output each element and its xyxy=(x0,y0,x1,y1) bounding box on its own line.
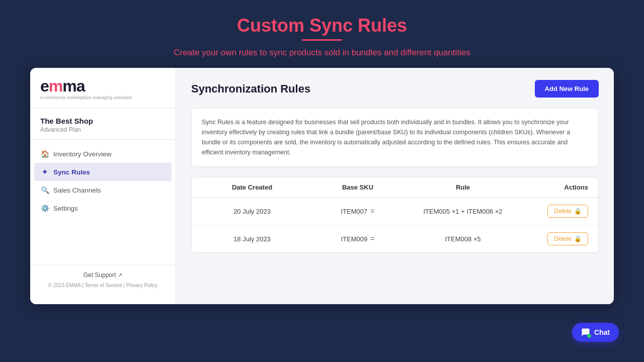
terms-link[interactable]: Terms of Service xyxy=(85,283,122,288)
col-sku: Base SKU xyxy=(302,184,413,191)
row2-sku-value: ITEM009 xyxy=(341,235,368,243)
sidebar-item-sales-channels-label: Sales Channels xyxy=(53,187,101,194)
app-container: emma e-commerce marketplace managing ass… xyxy=(30,68,614,304)
col-date: Date Created xyxy=(202,184,302,191)
delete-2-label: Delete xyxy=(554,235,572,242)
sidebar-nav: 🏠 Inventory Overview ✦ Sync Rules 🔍 Sale… xyxy=(30,140,176,265)
page-title: Custom Sync Rules xyxy=(30,15,614,36)
row2-base-sku: ITEM009 = xyxy=(302,235,413,243)
get-support-label: Get Support xyxy=(84,272,116,279)
sidebar-item-inventory[interactable]: 🏠 Inventory Overview xyxy=(30,145,176,163)
logo-tagline: e-commerce marketplace managing assistan… xyxy=(40,95,166,100)
row1-rule-value: ITEM005 ×1 + ITEM006 ×2 xyxy=(423,208,502,215)
settings-icon: ⚙️ xyxy=(40,204,49,212)
row1-equals: = xyxy=(370,207,374,215)
page-header: Custom Sync Rules Create your own rules … xyxy=(30,15,614,58)
row1-date: 20 July 2023 xyxy=(202,208,302,215)
delete-1-label: Delete xyxy=(554,208,572,215)
col-rule: Rule xyxy=(413,184,513,191)
privacy-link[interactable]: Privacy Policy xyxy=(126,283,157,288)
store-info: The Best Shop Advanced Plan xyxy=(30,109,176,140)
get-support-link[interactable]: Get Support ↗ xyxy=(40,272,166,279)
chat-button[interactable]: Chat xyxy=(572,323,619,342)
sidebar-footer: Get Support ↗ © 2023 EMMA | Terms of Ser… xyxy=(30,265,176,294)
sidebar-item-settings[interactable]: ⚙️ Settings xyxy=(30,199,176,217)
main-section-title: Synchronization Rules xyxy=(191,82,310,96)
table-row: 18 July 2023 ITEM009 = ITEM008 ×5 Delete xyxy=(192,225,598,252)
sidebar-item-sync-rules-label: Sync Rules xyxy=(53,168,90,176)
inventory-icon: 🏠 xyxy=(40,150,49,158)
sales-channels-icon: 🔍 xyxy=(40,186,49,194)
lock-icon-2: 🔒 xyxy=(574,235,582,242)
title-underline xyxy=(302,39,342,41)
info-box: Sync Rules is a feature designed for bus… xyxy=(191,108,599,167)
sidebar-item-sales-channels[interactable]: 🔍 Sales Channels xyxy=(30,181,176,199)
sidebar-item-settings-label: Settings xyxy=(53,205,78,212)
store-name: The Best Shop xyxy=(40,117,166,125)
lock-icon: 🔒 xyxy=(574,208,582,215)
table-row: 20 July 2023 ITEM007 = ITEM005 ×1 + ITEM… xyxy=(192,198,598,225)
main-header: Synchronization Rules Add New Rule xyxy=(191,80,599,98)
row1-base-sku: ITEM007 = xyxy=(302,207,413,215)
sync-rules-icon: ✦ xyxy=(40,168,49,176)
row2-rule: ITEM008 ×5 xyxy=(413,235,513,243)
row1-actions: Delete 🔒 xyxy=(513,205,588,218)
logo: emma xyxy=(40,78,166,94)
main-content: Synchronization Rules Add New Rule Sync … xyxy=(176,68,614,304)
sidebar-item-sync-rules[interactable]: ✦ Sync Rules xyxy=(34,163,172,181)
row2-date: 18 July 2023 xyxy=(202,235,302,243)
rules-table: Date Created Base SKU Rule Actions 20 Ju… xyxy=(191,177,599,253)
chat-online-indicator xyxy=(587,334,591,338)
col-actions: Actions xyxy=(513,184,588,191)
sidebar: emma e-commerce marketplace managing ass… xyxy=(30,68,176,304)
chat-label: Chat xyxy=(594,328,610,336)
row2-actions: Delete 🔒 xyxy=(513,232,588,245)
page-subtitle: Create your own rules to sync products s… xyxy=(30,48,614,58)
external-link-icon: ↗ xyxy=(118,272,122,279)
chat-icon-wrap xyxy=(581,328,590,337)
sidebar-logo: emma e-commerce marketplace managing ass… xyxy=(30,78,176,109)
row1-rule: ITEM005 ×1 + ITEM006 ×2 xyxy=(413,208,513,215)
store-plan: Advanced Plan xyxy=(40,126,166,133)
sidebar-item-inventory-label: Inventory Overview xyxy=(53,150,112,158)
table-header: Date Created Base SKU Rule Actions xyxy=(192,177,598,198)
footer-links: © 2023 EMMA | Terms of Service | Privacy… xyxy=(40,283,166,288)
delete-rule-1-button[interactable]: Delete 🔒 xyxy=(547,205,588,218)
delete-rule-2-button[interactable]: Delete 🔒 xyxy=(547,232,588,245)
row1-sku-value: ITEM007 xyxy=(341,208,368,215)
add-new-rule-button[interactable]: Add New Rule xyxy=(535,80,599,98)
row2-rule-value: ITEM008 ×5 xyxy=(445,235,480,243)
row2-equals: = xyxy=(370,235,374,243)
copyright: © 2023 EMMA xyxy=(48,283,81,288)
